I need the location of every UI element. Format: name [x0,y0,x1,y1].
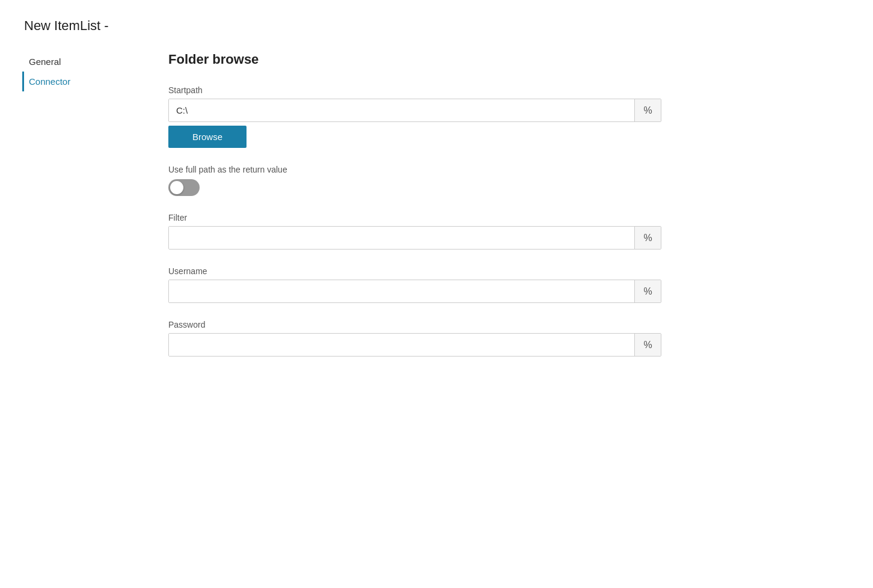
page-container: New ItemList - General Connector Folder … [0,0,873,588]
toggle-thumb [170,181,183,194]
startpath-group: Startpath % Browse [168,85,849,148]
startpath-input[interactable] [169,99,634,121]
filter-label: Filter [168,213,849,222]
username-input-wrapper: % [168,280,661,303]
filter-input[interactable] [169,227,634,249]
password-input[interactable] [169,334,634,356]
full-path-label: Use full path as the return value [168,165,849,174]
password-percent-button[interactable]: % [634,334,661,356]
sidebar-item-general[interactable]: General [24,52,156,72]
username-group: Username % [168,266,849,303]
content-layout: General Connector Folder browse Startpat… [24,52,849,373]
startpath-percent-button[interactable]: % [634,99,661,121]
sidebar: General Connector [24,52,156,373]
startpath-input-wrapper: % [168,99,661,122]
username-input[interactable] [169,280,634,302]
filter-percent-button[interactable]: % [634,227,661,249]
page-title: New ItemList - [24,18,849,34]
browse-button[interactable]: Browse [168,126,247,148]
sidebar-item-connector[interactable]: Connector [22,72,156,91]
password-input-wrapper: % [168,333,661,357]
full-path-toggle[interactable] [168,179,200,196]
filter-input-wrapper: % [168,226,661,250]
main-content: Folder browse Startpath % Browse Use ful… [156,52,849,373]
username-percent-button[interactable]: % [634,280,661,302]
section-title: Folder browse [168,52,849,67]
password-group: Password % [168,320,849,357]
username-label: Username [168,266,849,276]
toggle-wrapper [168,179,849,196]
filter-group: Filter % [168,213,849,250]
full-path-group: Use full path as the return value [168,165,849,196]
password-label: Password [168,320,849,329]
startpath-label: Startpath [168,85,849,95]
